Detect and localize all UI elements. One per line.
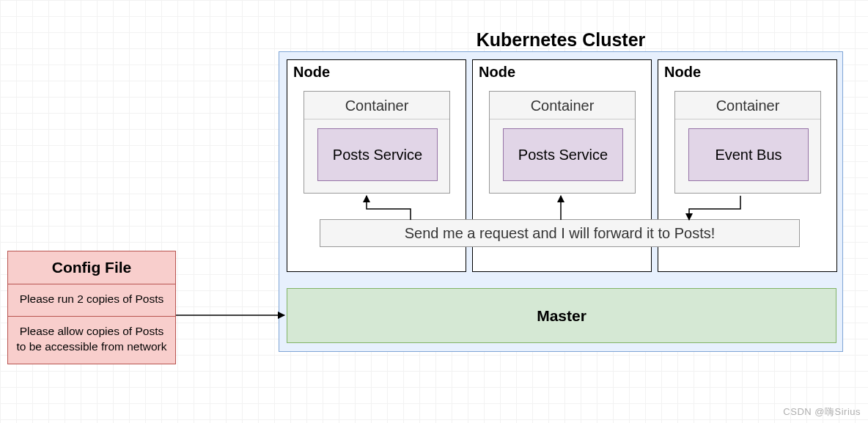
service-event-bus: Event Bus	[688, 128, 809, 181]
kubernetes-cluster: Node Container Posts Service Node Contai…	[279, 51, 843, 352]
config-file: Config File Please run 2 copies of Posts…	[7, 251, 176, 364]
cluster-title: Kubernetes Cluster	[279, 29, 843, 51]
node-label: Node	[479, 64, 515, 81]
node-label: Node	[664, 64, 701, 81]
container-1: Container Posts Service	[304, 91, 450, 194]
container-2: Container Posts Service	[489, 91, 636, 194]
container-label: Container	[490, 92, 635, 119]
config-row-1: Please run 2 copies of Posts	[8, 284, 175, 317]
node-label: Node	[293, 64, 330, 81]
master-block: Master	[287, 288, 836, 343]
config-row-2: Please allow copies of Posts to be acces…	[8, 317, 175, 364]
watermark: CSDN @嗨Sirius	[783, 405, 861, 419]
service-posts-1: Posts Service	[317, 128, 438, 181]
service-posts-2: Posts Service	[503, 128, 623, 181]
container-label: Container	[304, 92, 449, 119]
container-label: Container	[675, 92, 820, 119]
config-title: Config File	[8, 251, 175, 284]
forward-bar: Send me a request and I will forward it …	[320, 219, 800, 247]
container-3: Container Event Bus	[674, 91, 821, 194]
